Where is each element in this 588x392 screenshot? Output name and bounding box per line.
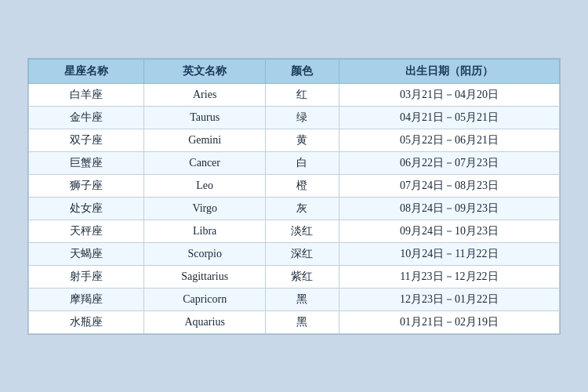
table-cell-1-1: Taurus	[144, 106, 266, 129]
table-cell-8-1: Sagittarius	[144, 265, 266, 288]
table-row: 天秤座Libra淡红09月24日－10月23日	[29, 220, 560, 242]
table-cell-8-2: 紫红	[266, 265, 339, 288]
table-cell-2-0: 双子座	[29, 129, 144, 151]
table-row: 狮子座Leo橙07月24日－08月23日	[29, 174, 560, 197]
table-cell-1-2: 绿	[266, 106, 339, 129]
table-row: 天蝎座Scorpio深红10月24日－11月22日	[29, 242, 560, 265]
table-header-0: 星座名称	[29, 59, 144, 83]
table-cell-8-0: 射手座	[29, 265, 144, 288]
table-cell-0-3: 03月21日－04月20日	[339, 83, 559, 106]
table-row: 白羊座Aries红03月21日－04月20日	[29, 83, 560, 106]
table-row: 摩羯座Capricorn黑12月23日－01月22日	[29, 288, 560, 310]
table-cell-9-1: Capricorn	[144, 288, 266, 310]
table-cell-5-3: 08月24日－09月23日	[339, 197, 559, 220]
table-cell-0-2: 红	[266, 83, 339, 106]
table-header-2: 颜色	[266, 59, 339, 83]
table-cell-2-1: Gemini	[144, 129, 266, 151]
table-cell-6-3: 09月24日－10月23日	[339, 220, 559, 242]
table-header-1: 英文名称	[144, 59, 266, 83]
table-cell-4-2: 橙	[266, 174, 339, 197]
table-row: 处女座Virgo灰08月24日－09月23日	[29, 197, 560, 220]
table-cell-6-1: Libra	[144, 220, 266, 242]
table-cell-7-2: 深红	[266, 242, 339, 265]
table-row: 巨蟹座Cancer白06月22日－07月23日	[29, 151, 560, 174]
table-cell-5-2: 灰	[266, 197, 339, 220]
table-cell-5-0: 处女座	[29, 197, 144, 220]
table-cell-3-1: Cancer	[144, 151, 266, 174]
table-cell-9-2: 黑	[266, 288, 339, 310]
table-row: 射手座Sagittarius紫红11月23日－12月22日	[29, 265, 560, 288]
table-header-row: 星座名称英文名称颜色出生日期（阳历）	[29, 59, 560, 83]
table-cell-6-0: 天秤座	[29, 220, 144, 242]
table-cell-3-2: 白	[266, 151, 339, 174]
table-cell-10-1: Aquarius	[144, 310, 266, 333]
table-cell-10-2: 黑	[266, 310, 339, 333]
table-cell-5-1: Virgo	[144, 197, 266, 220]
table-cell-4-3: 07月24日－08月23日	[339, 174, 559, 197]
table-cell-0-1: Aries	[144, 83, 266, 106]
table-cell-4-0: 狮子座	[29, 174, 144, 197]
table-cell-9-3: 12月23日－01月22日	[339, 288, 559, 310]
table-cell-6-2: 淡红	[266, 220, 339, 242]
table-row: 金牛座Taurus绿04月21日－05月21日	[29, 106, 560, 129]
table-cell-2-2: 黄	[266, 129, 339, 151]
table-cell-7-0: 天蝎座	[29, 242, 144, 265]
table-cell-1-3: 04月21日－05月21日	[339, 106, 559, 129]
table-row: 双子座Gemini黄05月22日－06月21日	[29, 129, 560, 151]
table-row: 水瓶座Aquarius黑01月21日－02月19日	[29, 310, 560, 333]
table-cell-4-1: Leo	[144, 174, 266, 197]
table-cell-3-3: 06月22日－07月23日	[339, 151, 559, 174]
table-cell-3-0: 巨蟹座	[29, 151, 144, 174]
zodiac-table-wrapper: 星座名称英文名称颜色出生日期（阳历） 白羊座Aries红03月21日－04月20…	[27, 58, 561, 335]
table-cell-10-0: 水瓶座	[29, 310, 144, 333]
table-cell-7-1: Scorpio	[144, 242, 266, 265]
table-cell-0-0: 白羊座	[29, 83, 144, 106]
table-cell-7-3: 10月24日－11月22日	[339, 242, 559, 265]
table-cell-9-0: 摩羯座	[29, 288, 144, 310]
table-cell-1-0: 金牛座	[29, 106, 144, 129]
table-header-3: 出生日期（阳历）	[339, 59, 559, 83]
zodiac-table: 星座名称英文名称颜色出生日期（阳历） 白羊座Aries红03月21日－04月20…	[28, 59, 560, 334]
table-cell-2-3: 05月22日－06月21日	[339, 129, 559, 151]
table-cell-10-3: 01月21日－02月19日	[339, 310, 559, 333]
table-cell-8-3: 11月23日－12月22日	[339, 265, 559, 288]
